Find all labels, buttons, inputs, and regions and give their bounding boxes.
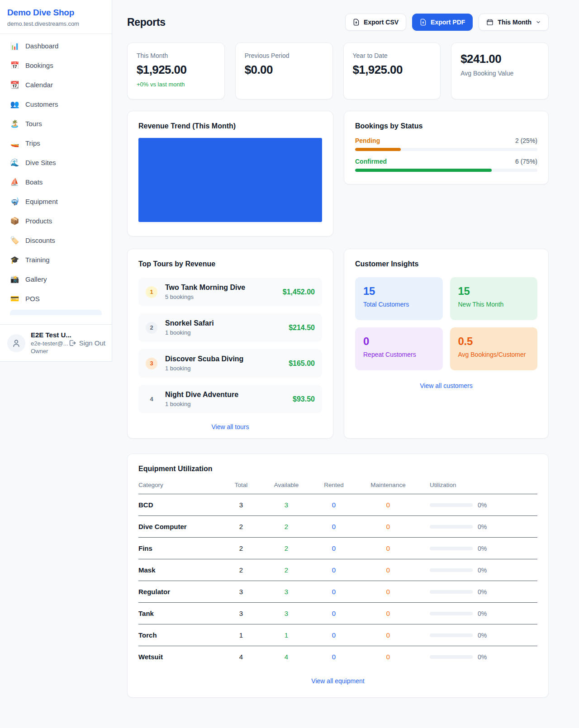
tour-row[interactable]: 4 Night Dive Adventure 1 booking $93.50 — [138, 385, 322, 413]
equipment-category: Wetsuit — [138, 653, 221, 661]
tour-rows: 1 Two Tank Morning Dive 5 bookings $1,45… — [138, 278, 322, 413]
status-progress-track — [355, 148, 537, 151]
equipment-rented: 0 — [311, 588, 356, 596]
equipment-utilization-card: Equipment Utilization Category Total Ava… — [127, 454, 549, 698]
equipment-rented: 0 — [311, 610, 356, 617]
equipment-available: 2 — [261, 566, 311, 574]
utilization-percent: 0% — [478, 653, 487, 661]
insight-value: 15 — [363, 285, 435, 298]
sidebar-item[interactable]: 🤿 Equipment — [5, 193, 106, 210]
equipment-available: 3 — [261, 588, 311, 596]
view-all-tours-link[interactable]: View all tours — [138, 423, 322, 430]
equipment-row: BCD 3 3 0 0 0% — [138, 494, 537, 516]
equipment-total: 3 — [221, 610, 261, 617]
stat-card-this-month: This Month $1,925.00 +0% vs last month — [127, 43, 225, 99]
utilization-bar — [430, 503, 473, 507]
sidebar-item-label: Tours — [25, 120, 42, 128]
sidebar-item[interactable]: 👥 Customers — [5, 96, 106, 113]
utilization-bar — [430, 655, 473, 659]
tour-amount: $165.00 — [289, 359, 315, 368]
export-pdf-button[interactable]: Export PDF — [412, 14, 473, 31]
rank-badge: 2 — [146, 322, 157, 334]
calendar-17-icon: 📅 — [10, 61, 19, 70]
sidebar-item[interactable]: 📅 Bookings — [5, 57, 106, 74]
col-utilization: Utilization — [420, 482, 537, 488]
sidebar-item[interactable]: ⛵ Boats — [5, 174, 106, 190]
sidebar-item[interactable]: 🌊 Dive Sites — [5, 154, 106, 171]
col-total: Total — [221, 482, 261, 488]
equipment-row: Torch 1 1 0 0 0% — [138, 624, 537, 646]
equipment-row: Mask 2 2 0 0 0% — [138, 559, 537, 581]
sidebar-item-label: Dashboard — [25, 42, 58, 50]
sidebar-item-label: Customers — [25, 100, 58, 108]
equipment-category: Regulator — [138, 588, 221, 596]
customer-insights-card: Customer Insights 15 Total Customers 15 … — [344, 249, 549, 439]
view-all-equipment-link[interactable]: View all equipment — [138, 677, 537, 685]
equipment-rented: 0 — [311, 501, 356, 509]
stat-value: $1,925.00 — [353, 63, 432, 77]
view-all-customers-link[interactable]: View all customers — [355, 382, 537, 389]
status-progress-fill — [355, 148, 401, 151]
tour-name: Night Dive Adventure — [165, 391, 238, 399]
equipment-total: 4 — [221, 653, 261, 661]
export-csv-button[interactable]: Export CSV — [345, 14, 406, 31]
rank-badge: 4 — [146, 393, 157, 405]
sidebar-item-label: Calendar — [25, 81, 53, 89]
shop-domain: demo.test.divestreams.com — [7, 20, 104, 27]
insight-label: Total Customers — [363, 301, 435, 308]
user-section: E2E Test U... e2e-tester@... Owner Sign … — [0, 324, 112, 361]
period-dropdown[interactable]: This Month — [479, 14, 549, 31]
equipment-available: 3 — [261, 501, 311, 509]
utilization-bar — [430, 547, 473, 550]
sign-out-button[interactable]: Sign Out — [68, 339, 105, 347]
status-count: 6 (75%) — [515, 158, 537, 165]
speedboat-icon: 🚤 — [10, 139, 19, 147]
export-csv-label: Export CSV — [364, 19, 399, 26]
export-pdf-label: Export PDF — [431, 19, 465, 26]
sailboat-icon: ⛵ — [10, 178, 19, 186]
sidebar-item[interactable]: 🚤 Trips — [5, 135, 106, 151]
utilization-percent: 0% — [478, 523, 487, 530]
sidebar-item[interactable]: 🏷️ Discounts — [5, 232, 106, 249]
utilization-percent: 0% — [478, 588, 487, 596]
sidebar-item[interactable]: 🏝️ Tours — [5, 115, 106, 132]
equipment-row: Tank 3 3 0 0 0% — [138, 603, 537, 624]
file-download-icon — [420, 19, 427, 26]
utilization-percent: 0% — [478, 545, 487, 552]
equipment-maintenance: 0 — [356, 588, 420, 596]
card-title: Bookings by Status — [355, 122, 537, 130]
tour-row[interactable]: 1 Two Tank Morning Dive 5 bookings $1,45… — [138, 278, 322, 306]
sidebar-item-reports-partial[interactable] — [10, 310, 102, 315]
tour-row[interactable]: 3 Discover Scuba Diving 1 booking $165.0… — [138, 349, 322, 378]
equipment-category: Dive Computer — [138, 523, 221, 530]
tour-name: Discover Scuba Diving — [165, 355, 243, 363]
equipment-total: 3 — [221, 501, 261, 509]
equipment-total: 3 — [221, 588, 261, 596]
equipment-category: Tank — [138, 610, 221, 617]
equipment-maintenance: 0 — [356, 523, 420, 530]
sidebar-item-label: Trips — [25, 139, 40, 147]
sidebar-item[interactable]: 📊 Dashboard — [5, 38, 106, 54]
insight-tile: 15 Total Customers — [355, 277, 443, 320]
tour-row[interactable]: 2 Snorkel Safari 1 booking $214.50 — [138, 313, 322, 342]
sidebar-item[interactable]: 🎓 Training — [5, 251, 106, 268]
sidebar-item[interactable]: 💳 POS — [5, 290, 106, 307]
equipment-category: Fins — [138, 544, 221, 552]
page-header: Reports Export CSV Export PDF This Month — [127, 14, 549, 31]
tour-bookings: 1 booking — [165, 365, 243, 372]
col-rented: Rented — [311, 482, 356, 488]
status-row: Pending 2 (25%) — [355, 137, 537, 151]
user-name: E2E Test U... — [31, 331, 63, 340]
utilization-bar — [430, 633, 473, 637]
tour-name: Snorkel Safari — [165, 319, 214, 327]
sidebar-item[interactable]: 📸 Gallery — [5, 271, 106, 288]
sidebar-item[interactable]: 📆 Calendar — [5, 76, 106, 93]
utilization-bar — [430, 568, 473, 572]
sidebar-item-label: Equipment — [25, 198, 58, 205]
sidebar-item-label: Boats — [25, 178, 43, 186]
equipment-table-body: BCD 3 3 0 0 0% Dive Computer 2 2 0 0 — [138, 494, 537, 667]
stat-label: Year to Date — [353, 52, 432, 59]
sidebar-item[interactable]: 📦 Products — [5, 213, 106, 229]
main-content: Reports Export CSV Export PDF This Month — [127, 0, 549, 698]
utilization-percent: 0% — [478, 501, 487, 509]
